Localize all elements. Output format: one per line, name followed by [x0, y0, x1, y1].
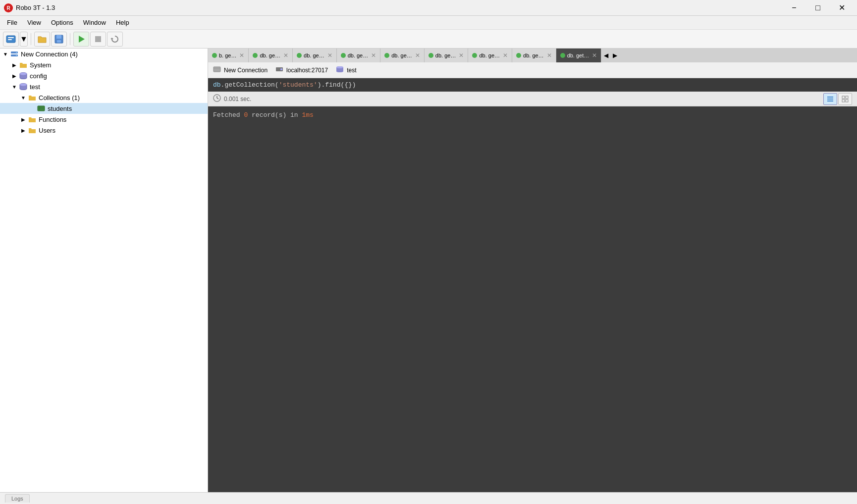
- query-db-part: db: [213, 81, 221, 89]
- table-view-button[interactable]: [838, 93, 852, 105]
- arrow-new-connection[interactable]: [2, 50, 9, 57]
- connect-button[interactable]: [3, 32, 19, 47]
- open-button[interactable]: [34, 32, 50, 47]
- tab-6[interactable]: db. ge… ✕: [425, 49, 469, 62]
- conn-host: localhost:27017: [275, 66, 328, 74]
- tab-1[interactable]: b. ge… ✕: [208, 49, 249, 62]
- tree-item-new-connection[interactable]: New Connection (4): [0, 49, 208, 59]
- tree-item-config[interactable]: config: [0, 70, 208, 81]
- connection-label: New Connection: [224, 67, 268, 74]
- tab-close-2[interactable]: ✕: [283, 52, 288, 59]
- app-logo: R: [4, 3, 13, 12]
- arrow-functions[interactable]: [20, 116, 27, 123]
- arrow-config[interactable]: [11, 72, 18, 79]
- svg-point-28: [336, 66, 343, 68]
- tree-item-system[interactable]: System: [0, 59, 208, 70]
- svg-rect-38: [846, 100, 848, 102]
- tab-close-8[interactable]: ✕: [547, 52, 552, 59]
- arrow-system[interactable]: [11, 61, 18, 68]
- tab-label-2: db. ge…: [260, 52, 280, 58]
- tab-close-3[interactable]: ✕: [327, 52, 332, 59]
- tab-scroll-left[interactable]: ◀: [601, 49, 610, 62]
- tab-3[interactable]: db. ge… ✕: [293, 49, 337, 62]
- db-icon-config: [19, 72, 28, 80]
- query-display: db.getCollection('students').find({}): [213, 81, 852, 89]
- menu-help[interactable]: Help: [111, 17, 134, 28]
- new-connection-label: New Connection (4): [21, 50, 78, 58]
- stop-button[interactable]: [90, 32, 106, 47]
- tab-9[interactable]: db. get… ✕: [556, 49, 602, 62]
- tab-close-7[interactable]: ✕: [503, 52, 508, 59]
- save-button[interactable]: [51, 32, 67, 47]
- tab-dot-4: [341, 53, 346, 58]
- result-middle: record(s) in: [248, 111, 302, 119]
- arrow-collections[interactable]: [20, 94, 27, 101]
- svg-line-31: [217, 98, 218, 99]
- svg-point-18: [20, 84, 27, 86]
- tree-item-test[interactable]: test: [0, 81, 208, 92]
- host-label: localhost:27017: [286, 67, 328, 74]
- close-button[interactable]: ✕: [830, 0, 853, 16]
- folder-icon-functions: [28, 115, 37, 123]
- refresh-button[interactable]: [107, 32, 123, 47]
- tab-label-5: db. ge…: [391, 52, 412, 58]
- tab-close-5[interactable]: ✕: [415, 52, 420, 59]
- tab-label-6: db. ge…: [435, 52, 456, 58]
- title-left: R Robo 3T - 1.3: [4, 3, 55, 12]
- main-area: New Connection (4) System config: [0, 49, 857, 492]
- menu-window[interactable]: Window: [78, 17, 111, 28]
- arrow-test[interactable]: [11, 83, 18, 90]
- users-label: Users: [39, 127, 55, 134]
- menu-options[interactable]: Options: [46, 17, 78, 28]
- tree-item-students[interactable]: students: [0, 103, 208, 114]
- menu-view[interactable]: View: [22, 17, 46, 28]
- tree-item-users[interactable]: Users: [0, 125, 208, 136]
- run-button[interactable]: [73, 32, 89, 47]
- tab-dot-7: [472, 53, 477, 58]
- folder-icon-users: [28, 126, 37, 134]
- maximize-button[interactable]: □: [806, 0, 829, 16]
- results-header: 0.001 sec.: [208, 92, 857, 106]
- tree-item-functions[interactable]: Functions: [0, 114, 208, 125]
- tab-close-4[interactable]: ✕: [371, 52, 376, 59]
- svg-rect-35: [842, 96, 845, 99]
- tab-5[interactable]: db. ge… ✕: [380, 49, 425, 62]
- list-view-button[interactable]: [823, 93, 837, 105]
- dropdown-arrow[interactable]: ▼: [20, 32, 28, 47]
- tab-dot-8: [516, 53, 521, 58]
- title-controls: − □ ✕: [783, 0, 853, 16]
- svg-point-13: [16, 52, 17, 53]
- svg-rect-33: [827, 99, 833, 100]
- svg-rect-36: [846, 96, 848, 99]
- test-label: test: [30, 83, 40, 91]
- minimize-button[interactable]: −: [783, 0, 805, 16]
- students-label: students: [48, 105, 72, 112]
- menu-file[interactable]: File: [2, 17, 22, 28]
- db-icon-test: [19, 83, 28, 91]
- tab-7[interactable]: db. ge… ✕: [468, 49, 512, 62]
- tab-dot-3: [297, 53, 302, 58]
- app-title: Robo 3T - 1.3: [16, 4, 55, 11]
- config-label: config: [30, 72, 47, 80]
- tab-dot-2: [253, 53, 258, 58]
- tab-scroll-right[interactable]: ▶: [610, 49, 619, 62]
- tab-close-1[interactable]: ✕: [239, 52, 244, 59]
- tab-2[interactable]: db. ge… ✕: [249, 49, 293, 62]
- separator-1: [31, 33, 31, 45]
- tab-close-6[interactable]: ✕: [459, 52, 464, 59]
- status-bar: Logs: [0, 492, 857, 504]
- tree-item-collections[interactable]: Collections (1): [0, 92, 208, 103]
- collection-icon-students: [37, 104, 46, 112]
- tab-4[interactable]: db. ge… ✕: [337, 49, 381, 62]
- tab-8[interactable]: db. ge… ✕: [512, 49, 556, 62]
- logs-tab[interactable]: Logs: [5, 494, 30, 503]
- svg-text:R: R: [6, 5, 10, 11]
- folder-icon-collections: [28, 94, 37, 101]
- server-icon: [10, 50, 19, 58]
- arrow-users[interactable]: [20, 127, 27, 134]
- tab-close-9[interactable]: ✕: [592, 52, 597, 59]
- svg-rect-7: [57, 40, 61, 43]
- time-value: 0.001 sec.: [224, 96, 251, 102]
- sidebar: New Connection (4) System config: [0, 49, 208, 492]
- result-prefix: Fetched: [213, 111, 244, 119]
